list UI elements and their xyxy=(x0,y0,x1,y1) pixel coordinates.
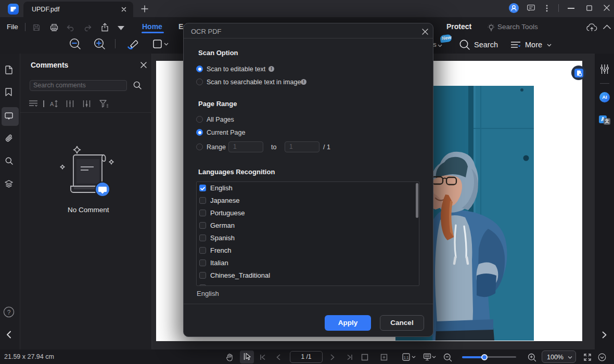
svg-text:?: ? xyxy=(7,309,11,316)
svg-text:A: A xyxy=(50,101,54,107)
svg-text:1:1: 1:1 xyxy=(404,356,409,359)
